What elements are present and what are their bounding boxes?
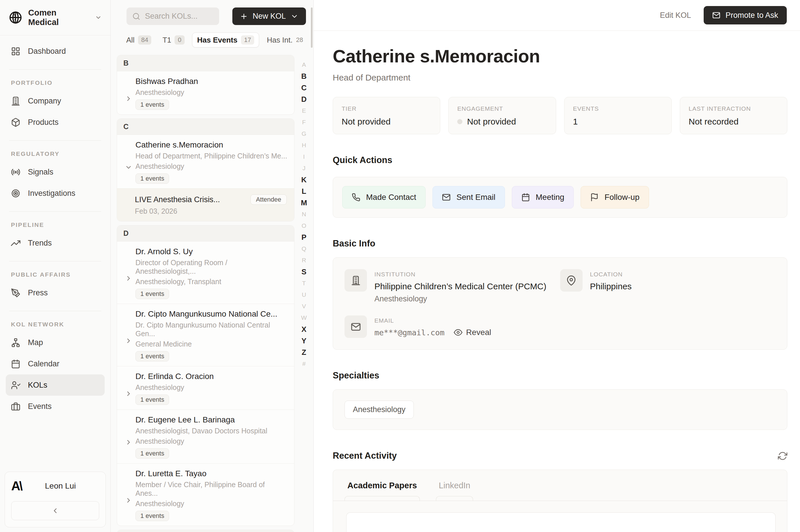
- alpha-g[interactable]: G: [302, 128, 306, 139]
- quick-action-meeting[interactable]: Meeting: [512, 186, 574, 208]
- kol-row[interactable]: Dr. Erlinda C. OracionAnesthesiology1 ev…: [117, 366, 294, 410]
- filter-count: 0: [174, 35, 184, 44]
- search-input[interactable]: [145, 12, 213, 21]
- alpha-a[interactable]: A: [302, 59, 306, 71]
- kol-row[interactable]: Catherine s.MemoracionHead of Department…: [117, 135, 294, 188]
- sidebar-item-company[interactable]: Company: [6, 90, 105, 112]
- alpha-w[interactable]: W: [301, 312, 307, 324]
- sidebar-item-label: Calendar: [28, 359, 59, 368]
- sidebar-item-calendar[interactable]: Calendar: [6, 353, 105, 375]
- kol-list-panel: New KOL All84T10Has Events17Has Int.28 B…: [111, 0, 314, 532]
- promote-to-ask-button[interactable]: Promote to Ask: [704, 6, 787, 24]
- sidebar-item-products[interactable]: Products: [6, 112, 105, 133]
- kol-row[interactable]: Dr. Eugene Lee L. BarinagaAnesthesiologi…: [117, 410, 294, 463]
- quick-action-sent-email[interactable]: Sent Email: [433, 186, 505, 208]
- alpha-j[interactable]: J: [303, 163, 306, 174]
- alpha-t[interactable]: T: [302, 278, 306, 289]
- alpha-y[interactable]: Y: [301, 335, 306, 346]
- kol-row[interactable]: Dr. Cipto Mangunkusumo National Ce...Dr.…: [117, 304, 294, 366]
- specialty-chip: Anesthesiology: [344, 401, 414, 419]
- kol-row[interactable]: Dr. Arnold S. UyDirector of Operating Ro…: [117, 241, 294, 304]
- filter-label: Has Int.: [267, 36, 293, 44]
- filter-label: All: [126, 36, 135, 44]
- kol-name: Dr. Arnold S. Uy: [135, 247, 288, 256]
- alpha-c[interactable]: C: [301, 82, 307, 93]
- quick-action-made-contact[interactable]: Made Contact: [342, 186, 425, 208]
- alpha-n[interactable]: N: [302, 208, 306, 220]
- reveal-email-button[interactable]: Reveal: [454, 328, 491, 337]
- alpha-h[interactable]: H: [302, 139, 306, 151]
- location-value: Philippines: [590, 282, 632, 291]
- email-label: EMAIL: [375, 317, 491, 324]
- alpha-f[interactable]: F: [302, 116, 306, 128]
- sidebar-item-trends[interactable]: Trends: [6, 232, 105, 254]
- expand-chevron-icon[interactable]: [122, 415, 135, 459]
- alpha-k[interactable]: K: [301, 174, 307, 186]
- expand-chevron-icon[interactable]: [122, 140, 135, 184]
- tab-linkedin[interactable]: LinkedIn: [436, 481, 473, 501]
- alpha-r[interactable]: R: [302, 254, 306, 266]
- alpha-b[interactable]: B: [301, 71, 307, 82]
- stat-value-text: 1: [573, 117, 578, 127]
- alpha-e[interactable]: E: [302, 105, 306, 116]
- alpha-v[interactable]: V: [302, 301, 306, 312]
- tab-academic-papers[interactable]: Academic Papers: [344, 481, 420, 501]
- search-box[interactable]: [127, 7, 219, 25]
- expand-chevron-icon[interactable]: [122, 372, 135, 405]
- quick-action-follow-up[interactable]: Follow-up: [580, 186, 649, 208]
- expand-chevron-icon[interactable]: [122, 469, 135, 521]
- sidebar-item-kols[interactable]: KOLs: [6, 375, 105, 396]
- expand-chevron-icon[interactable]: [122, 247, 135, 299]
- kol-name-title: Catherine s.Memoracion: [333, 46, 787, 66]
- alpha-o[interactable]: O: [302, 220, 306, 231]
- alpha-q[interactable]: Q: [302, 243, 306, 254]
- user-row[interactable]: A\ Leon Lui: [11, 479, 99, 493]
- kol-detail: Catherine s.Memoracion Head of Departmen…: [314, 31, 800, 532]
- alpha-#[interactable]: #: [302, 358, 306, 369]
- filter-has-events[interactable]: Has Events17: [192, 33, 259, 48]
- new-kol-button[interactable]: New KOL: [232, 7, 306, 25]
- edit-kol-button[interactable]: Edit KOL: [660, 11, 691, 20]
- sidebar-nav: DashboardPORTFOLIOCompanyProductsREGULAT…: [0, 35, 110, 467]
- alpha-l[interactable]: L: [302, 186, 306, 197]
- alpha-d[interactable]: D: [301, 93, 307, 105]
- kol-events-badge: 1 events: [135, 351, 169, 361]
- refresh-icon[interactable]: [778, 451, 787, 461]
- new-kol-label: New KOL: [252, 12, 286, 21]
- alpha-x[interactable]: X: [301, 324, 306, 335]
- sidebar-item-map[interactable]: Map: [6, 332, 105, 353]
- alpha-m[interactable]: M: [301, 197, 307, 208]
- alpha-z[interactable]: Z: [302, 346, 306, 358]
- list-scrollbar[interactable]: [311, 7, 312, 48]
- kol-title: Anesthesiologist, Davao Doctors Hospital: [135, 426, 267, 435]
- alpha-p[interactable]: P: [301, 231, 306, 243]
- filter-all[interactable]: All84: [123, 33, 155, 47]
- alpha-s[interactable]: S: [301, 266, 306, 278]
- stat-value: Not recorded: [689, 117, 778, 127]
- kol-event-item[interactable]: LIVE Anesthesia Crisis...AttendeeFeb 03,…: [117, 188, 294, 221]
- attendee-badge: Attendee: [250, 194, 287, 205]
- alpha-u[interactable]: U: [302, 289, 306, 301]
- workspace-switcher[interactable]: Comen Medical: [0, 0, 110, 35]
- engagement-dot: [457, 119, 462, 124]
- chevron-down-icon: [95, 14, 102, 21]
- sidebar-collapse-button[interactable]: [11, 501, 99, 520]
- sidebar-item-dashboard[interactable]: Dashboard: [6, 41, 105, 62]
- kol-row[interactable]: Dr. Luretta E. TayaoMember / Vice Chair,…: [117, 463, 294, 526]
- alphabet-rail: ABCDEFGHIJKLMNOPQRSTUVWXYZ#: [295, 59, 313, 369]
- kol-row[interactable]: Bishwas PradhanAnesthesiology1 events: [117, 71, 294, 114]
- quick-action-label: Sent Email: [456, 193, 495, 202]
- chevron-down-icon: [290, 12, 299, 20]
- filter-has-int[interactable]: Has Int.28: [263, 33, 307, 47]
- calendar-icon: [11, 359, 20, 369]
- sidebar-item-investigations[interactable]: Investigations: [6, 183, 105, 204]
- expand-chevron-icon[interactable]: [122, 309, 135, 361]
- sidebar-item-signals[interactable]: Signals: [6, 161, 105, 183]
- filter-label: T1: [163, 36, 171, 44]
- alpha-i[interactable]: I: [303, 151, 305, 163]
- sidebar-item-press[interactable]: Press: [6, 282, 105, 303]
- kol-events-badge: 1 events: [135, 173, 169, 184]
- expand-chevron-icon[interactable]: [122, 76, 135, 110]
- sidebar-item-events[interactable]: Events: [6, 396, 105, 417]
- filter-t1[interactable]: T10: [159, 33, 188, 47]
